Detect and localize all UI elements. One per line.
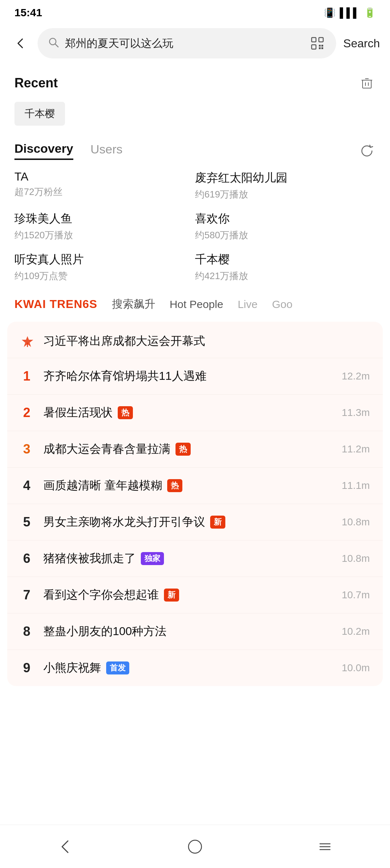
discovery-tabs: Discovery Users xyxy=(0,137,390,167)
scan-icon[interactable] xyxy=(309,35,326,52)
trending-item[interactable]: 5 男女主亲吻将水龙头打开引争议 新 10.8m xyxy=(7,504,383,541)
trending-item[interactable]: 9 小熊庆祝舞 首发 10.0m xyxy=(7,650,383,686)
badge-hot: 热 xyxy=(176,443,191,456)
tab-kwai-trends[interactable]: KWAI TREN6S xyxy=(14,298,98,311)
refresh-button[interactable] xyxy=(358,142,376,160)
badge-hot: 热 xyxy=(167,479,182,492)
trending-item[interactable]: 3 成都大运会青春含量拉满 热 11.2m xyxy=(7,431,383,468)
discovery-item-title: 千本樱 xyxy=(195,252,376,268)
trending-text: 男女主亲吻将水龙头打开引争议 新 xyxy=(43,514,332,530)
discovery-item-title: TA xyxy=(14,170,195,183)
trending-rank: 4 xyxy=(20,478,33,493)
trending-text: 小熊庆祝舞 首发 xyxy=(43,660,332,676)
badge-exclusive: 独家 xyxy=(141,552,164,565)
trending-rank: 7 xyxy=(20,587,33,603)
badge-hot: 热 xyxy=(118,406,133,419)
nav-menu-button[interactable] xyxy=(303,832,347,861)
pin-icon xyxy=(20,334,35,348)
trending-item[interactable]: 2 暑假生活现状 热 11.3m xyxy=(7,395,383,431)
discovery-item-title: 喜欢你 xyxy=(195,211,376,227)
status-icons: 📳 ▌▌▌ 🔋 xyxy=(324,7,376,18)
discovery-item[interactable]: 千本樱 约421万播放 xyxy=(195,252,376,282)
discovery-item[interactable]: 喜欢你 约580万播放 xyxy=(195,211,376,242)
trending-rank: 9 xyxy=(20,660,33,676)
trending-count: 10.0m xyxy=(342,662,370,674)
svg-rect-8 xyxy=(321,47,323,49)
trending-rank: 1 xyxy=(20,369,33,384)
search-icon xyxy=(48,36,59,51)
tab-hot-people[interactable]: Hot People xyxy=(170,298,223,311)
tab-search-surge[interactable]: 搜索飙升 xyxy=(112,297,155,312)
trending-item[interactable]: 1 齐齐哈尔体育馆坍塌共11人遇难 12.2m xyxy=(7,358,383,395)
status-time: 15:41 xyxy=(14,6,42,19)
trending-rank: 6 xyxy=(20,551,33,566)
discovery-item-sub: 约580万播放 xyxy=(195,229,376,242)
discovery-grid: TA 超72万粉丝 废弃红太阳幼儿园 约619万播放 珍珠美人鱼 约1520万播… xyxy=(0,167,390,282)
discovery-item-title: 珍珠美人鱼 xyxy=(14,211,195,227)
discovery-item-sub: 约619万播放 xyxy=(195,188,376,201)
svg-rect-9 xyxy=(363,80,371,88)
tab-discovery[interactable]: Discovery xyxy=(14,142,73,160)
nav-home-button[interactable] xyxy=(173,832,217,861)
tab-users[interactable]: Users xyxy=(91,142,123,159)
tab-live[interactable]: Live xyxy=(238,298,257,311)
trending-text: 看到这个字你会想起谁 新 xyxy=(43,587,332,603)
discovery-item[interactable]: 听安真人照片 约109万点赞 xyxy=(14,252,195,282)
bottom-nav xyxy=(0,825,390,868)
trending-text: 整蛊小朋友的100种方法 xyxy=(43,624,332,639)
discovery-item-sub: 约421万播放 xyxy=(195,270,376,282)
discovery-item-title: 听安真人照片 xyxy=(14,252,195,268)
trending-item[interactable]: 8 整蛊小朋友的100种方法 10.2m xyxy=(7,613,383,650)
trending-count: 11.1m xyxy=(342,480,370,491)
svg-rect-5 xyxy=(319,45,321,47)
badge-new: 新 xyxy=(164,589,179,602)
tab-more[interactable]: Goo xyxy=(272,298,292,311)
recent-section-header: Recent xyxy=(0,64,390,97)
wifi-icon: ▌▌▌ xyxy=(340,7,360,18)
search-button[interactable]: Search xyxy=(343,37,380,50)
trending-text: 成都大运会青春含量拉满 热 xyxy=(43,441,332,457)
recent-title: Recent xyxy=(14,75,58,91)
status-bar: 15:41 📳 ▌▌▌ 🔋 xyxy=(0,0,390,22)
discovery-item-sub: 约1520万播放 xyxy=(14,229,195,242)
svg-line-1 xyxy=(55,44,58,47)
trending-rank: 5 xyxy=(20,515,33,530)
discovery-item[interactable]: TA 超72万粉丝 xyxy=(14,170,195,201)
badge-first: 首发 xyxy=(106,661,129,674)
svg-rect-2 xyxy=(312,38,316,42)
trending-text: 猪猪侠被我抓走了 独家 xyxy=(43,551,332,567)
trending-pinned-item[interactable]: 习近平将出席成都大运会开幕式 xyxy=(7,325,383,358)
recent-tags: 千本樱 xyxy=(0,97,390,137)
discovery-item-sub: 超72万粉丝 xyxy=(14,186,195,198)
trending-item[interactable]: 7 看到这个字你会想起谁 新 10.7m xyxy=(7,577,383,613)
trending-count: 11.3m xyxy=(342,407,370,418)
vibrate-icon: 📳 xyxy=(324,7,335,18)
recent-tag[interactable]: 千本樱 xyxy=(14,102,65,126)
trending-text: 暑假生活现状 热 xyxy=(43,405,332,421)
trending-count: 10.2m xyxy=(342,626,370,637)
discovery-item-sub: 约109万点赞 xyxy=(14,270,195,282)
search-input-wrapper[interactable]: 郑州的夏天可以这么玩 xyxy=(38,28,336,58)
trending-text: 齐齐哈尔体育馆坍塌共11人遇难 xyxy=(43,368,332,384)
search-bar-row: 郑州的夏天可以这么玩 Search xyxy=(0,22,390,64)
nav-back-button[interactable] xyxy=(43,832,87,861)
discovery-item[interactable]: 废弃红太阳幼儿园 约619万播放 xyxy=(195,170,376,201)
trending-count: 12.2m xyxy=(342,370,370,382)
trending-item[interactable]: 6 猪猪侠被我抓走了 独家 10.8m xyxy=(7,541,383,577)
svg-rect-6 xyxy=(321,45,323,47)
delete-recent-button[interactable] xyxy=(358,74,376,92)
back-button[interactable] xyxy=(10,33,30,53)
trending-count: 10.8m xyxy=(342,553,370,564)
trending-item[interactable]: 4 画质越清晰 童年越模糊 热 11.1m xyxy=(7,468,383,504)
svg-rect-4 xyxy=(312,45,316,49)
search-input[interactable]: 郑州的夏天可以这么玩 xyxy=(65,36,303,51)
badge-new: 新 xyxy=(210,516,225,529)
svg-rect-7 xyxy=(319,47,321,49)
trends-tabs: KWAI TREN6S 搜索飙升 Hot People Live Goo xyxy=(0,282,390,319)
discovery-item[interactable]: 珍珠美人鱼 约1520万播放 xyxy=(14,211,195,242)
svg-point-16 xyxy=(188,840,202,853)
svg-rect-3 xyxy=(319,38,323,42)
pinned-text: 习近平将出席成都大运会开幕式 xyxy=(43,333,370,349)
trending-rank: 8 xyxy=(20,624,33,639)
trending-count: 10.8m xyxy=(342,516,370,528)
